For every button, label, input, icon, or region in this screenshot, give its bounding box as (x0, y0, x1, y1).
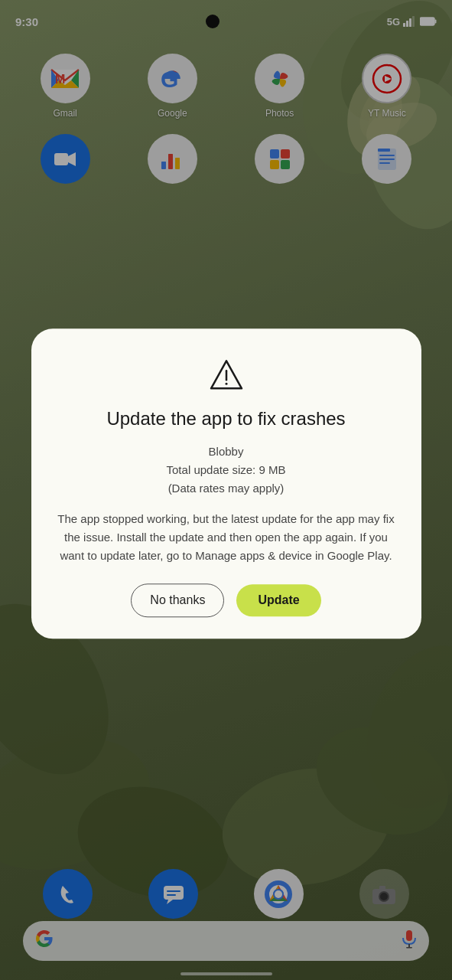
dialog-title: Update the app to fix crashes (106, 407, 345, 430)
update-size: Total update size: 9 MB (167, 461, 286, 479)
dialog-buttons: No thanks Update (131, 583, 320, 617)
update-button[interactable]: Update (236, 584, 320, 616)
app-name: Blobby (167, 443, 286, 461)
dialog-body: The app stopped working, but the latest … (56, 510, 397, 565)
dialog-app-info: Blobby Total update size: 9 MB (Data rat… (167, 443, 286, 498)
data-rates: (Data rates may apply) (167, 479, 286, 498)
svg-point-57 (225, 383, 227, 385)
warning-icon (207, 356, 246, 394)
no-thanks-button[interactable]: No thanks (131, 583, 224, 617)
update-dialog: Update the app to fix crashes Blobby Tot… (31, 328, 421, 639)
